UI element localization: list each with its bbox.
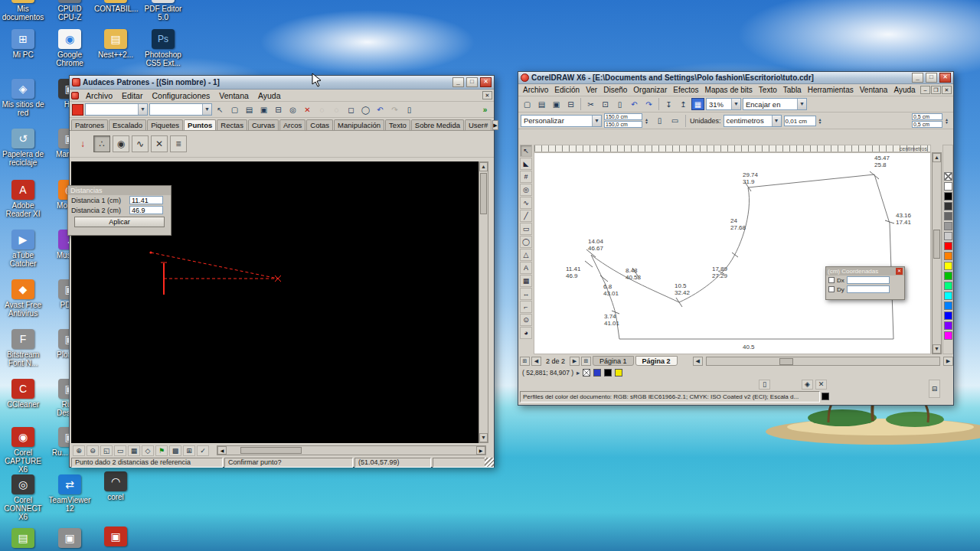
freehand-tool-icon[interactable]: ∿ [520,197,532,209]
menu-edicion[interactable]: Edición [551,86,583,94]
tab-sobre-medida[interactable]: Sobre Medida [411,119,464,130]
zoom-icon[interactable]: ◎ [286,103,299,116]
add-page-icon[interactable]: ⊞ [581,357,591,366]
scroll-up-icon[interactable]: ▲ [933,153,941,162]
scrollbar-thumb[interactable] [933,230,940,259]
tab-scroll-right-icon[interactable]: ▶ [492,120,498,130]
scroll-down-icon[interactable]: ▼ [479,433,488,442]
desktop-icon-atube-catcher[interactable]: ▶aTube Catcher [2,230,44,268]
menu-diseno[interactable]: Diseño [600,86,630,94]
table-tool-icon[interactable]: ▦ [520,275,532,287]
print-icon[interactable]: ⊟ [272,103,285,116]
nudge-field[interactable]: 0,01 cm [784,116,816,126]
tab-cotas[interactable]: Cotas [306,119,333,130]
tab-rectas[interactable]: Rectas [217,119,247,130]
desktop-icon-corel-capture[interactable]: ◉Corel CAPTURE X6 [2,427,44,474]
audaces-titlebar[interactable]: Audaces Patrones - [(Sin nombre) - 1] _ … [70,76,494,90]
new-icon[interactable]: ▢ [521,98,534,110]
undo-icon[interactable]: ↶ [374,103,387,116]
zoom-out-icon[interactable]: ⊖ [87,445,99,456]
point-grid-icon[interactable]: ∴ [93,135,110,152]
redo-icon[interactable]: ↷ [642,98,655,110]
scrollbar-thumb[interactable] [240,447,302,454]
palette-no-color[interactable] [944,172,952,181]
size-stepper[interactable]: ▲▼ [645,118,651,124]
print-icon[interactable]: ⊟ [564,98,577,110]
scroll-right-icon[interactable]: ▶ [476,446,485,455]
pick-tool-icon[interactable]: ↖ [520,145,532,157]
desktop-icon-cpu-z[interactable]: ZCPUID CPU-Z [48,0,91,21]
desktop-icon-partial-c[interactable]: ▣ [94,527,137,548]
preset-combo[interactable]: Personalizar▼ [521,115,602,127]
ellipse-tool-icon[interactable]: ◯ [520,236,532,248]
menu-configuraciones[interactable]: Configuraciones [147,91,214,100]
confirm-icon[interactable]: ✓ [197,445,209,456]
fit-combo[interactable]: Encajar en▼ [743,98,807,110]
tab-escalado[interactable]: Escalado [109,119,146,130]
dy-checkbox[interactable] [828,286,835,292]
palette-color[interactable] [944,302,952,310]
tool-a-icon[interactable]: ◌ [315,103,328,116]
new-icon[interactable]: ▢ [228,103,241,116]
point-circle-icon[interactable]: ◉ [113,135,129,152]
duplicate-y-field[interactable]: 0,5 cm [912,121,942,128]
panel-title[interactable]: (cm) Coordenadas [828,268,896,275]
tab-user[interactable]: User# [465,119,492,130]
desktop-icon-avast[interactable]: ◆Avast Free Antivirus [2,279,44,318]
printer-icon[interactable]: ⊟ [929,380,940,398]
point-precision-icon[interactable]: ≡ [170,135,187,152]
desktop-icon-mis-sitios-de-red[interactable]: ◈Mis sitios de red [2,79,44,117]
copy-icon[interactable]: ⊡ [599,98,612,110]
layer-combo[interactable]: ▼ [85,103,148,116]
palette-color[interactable] [944,202,952,210]
desktop-icon-mis-documentos[interactable]: ▤Mis documentos [2,0,44,21]
palette-color[interactable] [944,212,952,220]
vertical-scrollbar[interactable]: ▲ ▼ [932,152,942,354]
desktop-icon-mi-pc[interactable]: ⊞Mi PC [2,29,44,59]
close-button[interactable]: ✕ [480,77,492,87]
tab-curvas[interactable]: Curvas [248,119,279,130]
zoom-in-icon[interactable]: ⊕ [73,445,85,456]
distancia2-field[interactable] [129,206,163,214]
zoom-fit-icon[interactable]: ◱ [100,445,113,456]
palette-color[interactable] [944,282,952,290]
duplicate-stepper[interactable]: ▲▼ [945,118,951,124]
dx-field[interactable] [847,276,890,284]
flag-icon[interactable]: ⚑ [155,445,168,456]
maximize-document-icon[interactable]: ❐ [931,86,941,94]
palette-color[interactable] [944,182,952,191]
distancia1-field[interactable] [129,196,163,204]
menu-editar[interactable]: Editar [117,91,147,100]
maximize-button[interactable]: □ [466,77,478,87]
maximize-button[interactable]: □ [926,73,937,83]
import-icon[interactable]: ↧ [662,98,675,110]
undo-icon[interactable]: ↶ [628,98,641,110]
menu-ver[interactable]: Ver [583,86,600,94]
pointer-icon[interactable]: ↖ [214,103,227,116]
open-icon[interactable]: ▤ [535,98,548,110]
desktop-icon-corel[interactable]: ◠corel [94,471,137,501]
menu-mapas-de-bits[interactable]: Mapas de bits [702,86,756,94]
tab-pagina-2[interactable]: Página 2 [635,356,678,366]
palette-color[interactable] [944,311,952,320]
desktop-icon-photoshop[interactable]: PsPhotoshop CS5 Ext... [142,29,185,67]
application-launcher-icon[interactable]: ▦ [691,98,704,110]
play-icon[interactable]: ▸ [577,369,580,377]
eyedropper-tool-icon[interactable]: ⊙ [520,314,532,326]
delete-icon[interactable]: ✕ [301,103,314,116]
vertical-scrollbar[interactable]: ▲ ▼ [479,161,488,443]
polygon-tool-icon[interactable]: △ [520,249,532,261]
close-document-icon[interactable]: ✕ [942,86,952,94]
shape-tool-icon[interactable]: ◣ [520,158,532,170]
tab-manipulacion[interactable]: Manipulación [334,119,384,130]
desktop-icon-pdf-editor[interactable]: PDFPDF Editor 5.0 [142,0,185,21]
desktop-icon-corel-connect[interactable]: ◎Corel CONNECT X6 [2,474,44,521]
prev-page-icon[interactable]: ◀ [531,357,541,366]
no-color-swatch[interactable] [583,369,590,377]
highlight-swatch[interactable] [615,369,622,377]
next-page-icon[interactable]: ▶ [570,357,580,366]
desktop-icon-nest[interactable]: ▤Nest++2... [94,29,137,59]
aplicar-button[interactable]: Aplicar [74,217,165,227]
palette-color[interactable] [944,262,952,270]
page-height-field[interactable]: 150,0 cm [604,121,642,128]
